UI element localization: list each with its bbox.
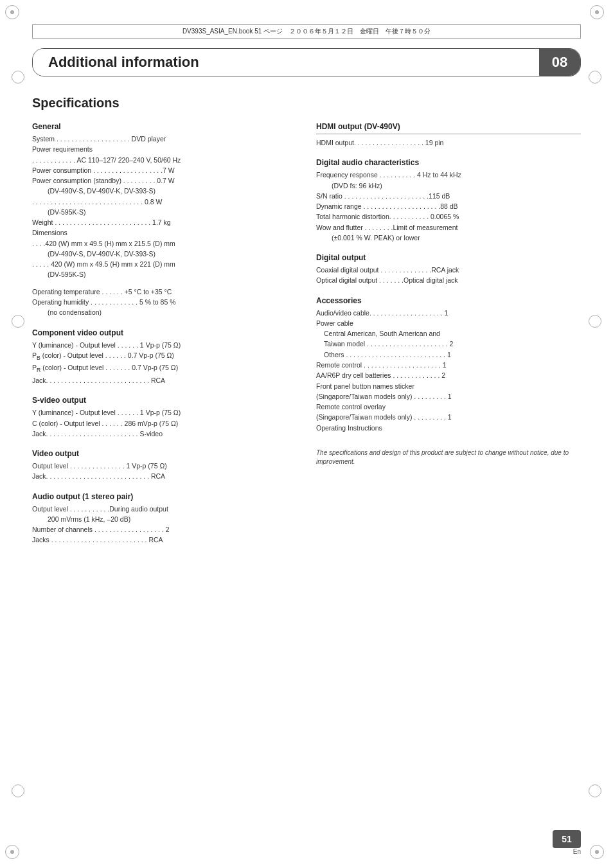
- spec-line: C (color) - Output level . . . . . . 286…: [32, 418, 297, 429]
- section-svideo-title: S-video output: [32, 396, 297, 405]
- spec-line: Audio/video cable. . . . . . . . . . . .…: [316, 308, 581, 318]
- chapter-header: Additional information 08: [32, 48, 581, 76]
- spec-line: Wow and flutter . . . . . . . .Limit of …: [316, 222, 581, 233]
- spec-line: . . . .420 (W) mm x 49.5 (H) mm x 215.5 …: [32, 238, 297, 249]
- spec-line: (no condensation): [32, 307, 297, 317]
- spec-line: Optical digital output . . . . . . .Opti…: [316, 275, 581, 285]
- right-column: HDMI output (DV-490V) HDMI output. . . .…: [316, 122, 581, 545]
- spec-line: System . . . . . . . . . . . . . . . . .…: [32, 134, 297, 144]
- spec-line: (DV-595K-S): [32, 269, 297, 279]
- left-column: General System . . . . . . . . . . . . .…: [32, 122, 297, 545]
- binding-hole-right-mid: [589, 315, 601, 328]
- spec-line: Number of channels . . . . . . . . . . .…: [32, 524, 297, 535]
- disclaimer-note: The specifications and design of this pr…: [316, 448, 581, 466]
- spec-line: Central American, South American and: [316, 328, 581, 339]
- spec-line: Power cable: [316, 318, 581, 328]
- section-digital-output-title: Digital output: [316, 253, 581, 262]
- spec-line: (DV-490V-S, DV-490V-K, DV-393-S): [32, 249, 297, 259]
- specs-columns: General System . . . . . . . . . . . . .…: [32, 122, 581, 545]
- spec-line: Dimensions: [32, 227, 297, 238]
- header-title-box: Additional information: [33, 49, 539, 76]
- file-bar: DV393S_ASIA_EN.book 51 ページ ２００６年５月１２日 金曜…: [32, 24, 581, 39]
- page-number: 51: [553, 830, 581, 848]
- file-bar-text: DV393S_ASIA_EN.book 51 ページ ２００６年５月１２日 金曜…: [182, 27, 431, 36]
- chapter-number: 08: [552, 54, 567, 71]
- spec-line: Dynamic range . . . . . . . . . . . . . …: [316, 201, 581, 211]
- spec-line: . . . . . . . . . . . . AC 110–127/ 220–…: [32, 155, 297, 165]
- spec-line: Frequency response . . . . . . . . . . 4…: [316, 170, 581, 180]
- spec-line: Remote control overlay: [316, 402, 581, 412]
- spec-line: Jacks . . . . . . . . . . . . . . . . . …: [32, 535, 297, 545]
- chapter-number-box: 08: [539, 49, 580, 76]
- reg-mark-br: [590, 845, 608, 863]
- spec-line: (DV-595K-S): [32, 207, 297, 217]
- spec-line: Front panel button names sticker: [316, 381, 581, 391]
- page: DV393S_ASIA_EN.book 51 ページ ２００６年５月１２日 金曜…: [0, 0, 613, 868]
- spec-line: Operating Instructions: [316, 423, 581, 433]
- section-digital-audio-title: Digital audio characteristics: [316, 158, 581, 167]
- spec-line: (DVD fs: 96 kHz): [316, 181, 581, 191]
- spec-line: AA/R6P dry cell batteries . . . . . . . …: [316, 370, 581, 380]
- binding-hole-left-mid: [12, 315, 24, 328]
- spec-line: Power consumption . . . . . . . . . . . …: [32, 165, 297, 175]
- hdmi-rule: [316, 134, 581, 134]
- section-accessories-title: Accessories: [316, 296, 581, 305]
- spec-line: HDMI output. . . . . . . . . . . . . . .…: [316, 137, 581, 148]
- spec-line: Y (luminance) - Output level . . . . . .…: [32, 340, 297, 350]
- reg-mark-tl: [5, 5, 23, 23]
- spec-line: Others . . . . . . . . . . . . . . . . .…: [316, 350, 581, 360]
- spec-line: Operating temperature . . . . . . +5 °C …: [32, 287, 297, 297]
- spec-line: Jack. . . . . . . . . . . . . . . . . . …: [32, 375, 297, 385]
- spec-line: Total harmonic distortion. . . . . . . .…: [316, 211, 581, 222]
- spec-line: Taiwan model . . . . . . . . . . . . . .…: [316, 339, 581, 349]
- spec-line: PB (color) - Output level . . . . . . 0.…: [32, 350, 297, 363]
- footer: 51 En: [32, 830, 581, 855]
- spec-line: 200 mVrms (1 kHz, –20 dB): [32, 514, 297, 524]
- spec-line: Power requirements: [32, 144, 297, 154]
- spec-line: (Singapore/Taiwan models only) . . . . .…: [316, 391, 581, 402]
- reg-mark-bl: [5, 845, 23, 863]
- spec-line: PR (color) - Output level . . . . . . . …: [32, 362, 297, 375]
- section-component-title: Component video output: [32, 328, 297, 337]
- spec-line: . . . . . 420 (W) mm x 49.5 (H) mm x 221…: [32, 259, 297, 269]
- binding-hole-left-bot: [12, 784, 24, 797]
- binding-hole-right-top: [589, 71, 601, 84]
- spec-line: Jack. . . . . . . . . . . . . . . . . . …: [32, 471, 297, 481]
- spec-line: Output level . . . . . . . . . . .During…: [32, 504, 297, 514]
- footer-right: 51 En: [553, 830, 581, 855]
- reg-mark-tr: [590, 5, 608, 23]
- spec-line: (±0.001 % W. PEAK) or lower: [316, 233, 581, 243]
- binding-hole-left-top: [12, 71, 24, 84]
- spec-line: Coaxial digital output . . . . . . . . .…: [316, 265, 581, 275]
- spec-line: Weight . . . . . . . . . . . . . . . . .…: [32, 217, 297, 227]
- section-general-title: General: [32, 122, 297, 131]
- spec-line: Operating humidity . . . . . . . . . . .…: [32, 297, 297, 307]
- section-hdmi-title: HDMI output (DV-490V): [316, 122, 581, 131]
- spec-line: (Singapore/Taiwan models only) . . . . .…: [316, 412, 581, 422]
- chapter-title: Additional information: [48, 54, 199, 71]
- spec-line: Output level . . . . . . . . . . . . . .…: [32, 461, 297, 471]
- spec-line: (DV-490V-S, DV-490V-K, DV-393-S): [32, 186, 297, 196]
- binding-hole-right-bot: [589, 784, 601, 797]
- spec-line: S/N ratio . . . . . . . . . . . . . . . …: [316, 191, 581, 201]
- spec-line: Power consumption (standby) . . . . . . …: [32, 175, 297, 186]
- section-video-title: Video output: [32, 449, 297, 458]
- spec-line: . . . . . . . . . . . . . . . . . . . . …: [32, 197, 297, 207]
- section-audio-title: Audio output (1 stereo pair): [32, 492, 297, 501]
- spec-line: Y (luminance) - Output level . . . . . .…: [32, 407, 297, 418]
- spec-line: Remote control . . . . . . . . . . . . .…: [316, 360, 581, 370]
- content-area: Additional information 08 Specifications…: [32, 48, 581, 829]
- page-title: Specifications: [32, 96, 581, 111]
- footer-lang: En: [573, 848, 581, 855]
- spec-line: Jack. . . . . . . . . . . . . . . . . . …: [32, 429, 297, 439]
